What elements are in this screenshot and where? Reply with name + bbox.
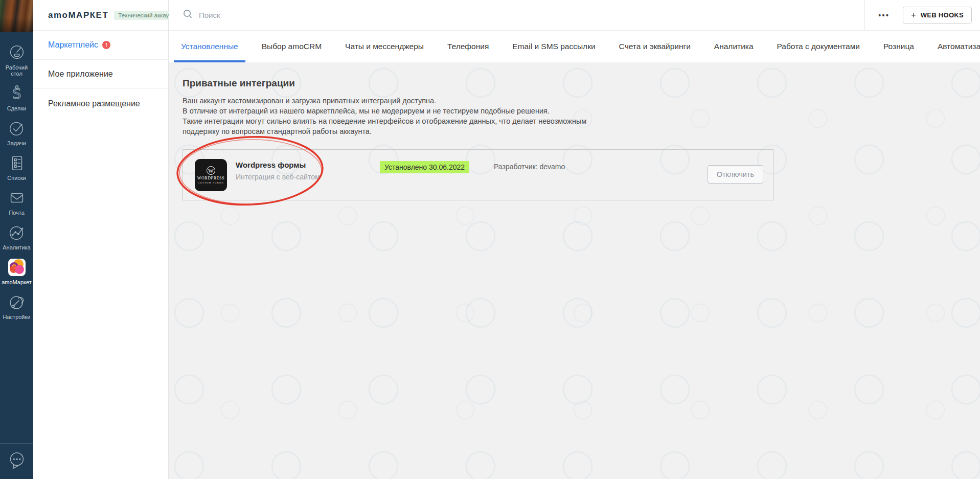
subnav-item-my-app[interactable]: Мое приложение	[33, 60, 168, 89]
section-description: Ваш аккаунт кастомизирован и загрузка пр…	[183, 96, 980, 136]
sidebar-item-label: Рабочий стол	[2, 64, 32, 77]
deals-icon: S	[7, 84, 27, 103]
app-root: Рабочий стол S Сделки Задачи Списки	[0, 0, 980, 479]
lists-icon	[7, 153, 27, 173]
tab-chats[interactable]: Чаты и мессенджеры	[341, 31, 428, 62]
wordpress-logo-subtext: CUSTOM FORMS	[198, 181, 224, 184]
description-line: Такие интеграции могут сильно влиять на …	[183, 116, 980, 126]
sidebar-item-settings[interactable]: Настройки	[0, 289, 33, 324]
sidebar-item-deals[interactable]: S Сделки	[0, 81, 33, 116]
tasks-icon	[7, 119, 27, 138]
sidebar-item-analytics[interactable]: Аналитика	[0, 220, 33, 255]
description-line: поддержку по вопросам стандартной работы…	[183, 126, 980, 136]
warning-badge: !	[102, 41, 110, 49]
integration-title[interactable]: Wordpress формы	[236, 161, 320, 169]
topbar: ••• + WEB HOOKS	[169, 0, 980, 31]
sidebar-item-label: Сделки	[7, 105, 27, 111]
plus-icon: +	[911, 12, 916, 19]
tab-bar: Установленные Выбор amoCRM Чаты и мессен…	[169, 31, 980, 62]
sidebar-item-label: amoМаркет	[2, 279, 32, 285]
mail-icon	[7, 188, 27, 208]
tab-amocrm-choice[interactable]: Выбор amoCRM	[258, 31, 326, 62]
integration-titles: Wordpress формы Интеграция с веб-сайтом	[236, 161, 320, 181]
sidebar-item-label: Почта	[9, 210, 25, 216]
tab-documents[interactable]: Работа с документами	[773, 31, 864, 62]
developer-label: Разработчик: devamo	[494, 163, 565, 171]
subnav-item-marketplace[interactable]: Маркетплейс !	[33, 31, 168, 60]
search-icon	[183, 9, 193, 21]
tab-automation[interactable]: Автоматизация и боты	[933, 31, 980, 62]
sidebar-item-lists[interactable]: Списки	[0, 150, 33, 185]
subnav-item-ads[interactable]: Рекламное размещение	[33, 89, 168, 118]
installed-date-badge: Установлено 30.06.2022	[380, 161, 469, 173]
tab-retail[interactable]: Розница	[879, 31, 918, 62]
page-title: Приватные интеграции	[183, 78, 980, 89]
description-line: В отличие от интеграций из нашего маркет…	[183, 106, 980, 116]
brand-title: amoМАРКЕТ	[48, 10, 108, 20]
tab-analytics[interactable]: Аналитика	[710, 31, 758, 62]
stats-icon	[7, 223, 27, 242]
sidebar-item-tasks[interactable]: Задачи	[0, 116, 33, 150]
chat-icon[interactable]	[7, 450, 27, 473]
wordpress-mark-icon: W	[207, 166, 215, 175]
main-sidebar: Рабочий стол S Сделки Задачи Списки	[0, 0, 33, 479]
disconnect-button[interactable]: Отключить	[708, 165, 763, 184]
workspace-photo[interactable]	[0, 0, 33, 32]
wordpress-logo-text: WORDPRESS	[197, 176, 224, 180]
sidebar-nav: Рабочий стол S Сделки Задачи Списки	[0, 32, 33, 324]
webhooks-button-label: WEB HOOKS	[921, 11, 964, 19]
subnav-item-label: Маркетплейс	[48, 40, 98, 50]
subnav-item-label: Мое приложение	[48, 70, 113, 79]
sidebar-item-mail[interactable]: Почта	[0, 185, 33, 220]
tab-telephony[interactable]: Телефония	[443, 31, 493, 62]
description-line: Ваш аккаунт кастомизирован и загрузка пр…	[183, 96, 980, 106]
sidebar-item-label: Аналитика	[3, 244, 30, 250]
subnav-item-label: Рекламное размещение	[48, 99, 140, 108]
sidebar-footer	[0, 443, 33, 479]
tab-installed[interactable]: Установленные	[177, 31, 242, 62]
main-area: ••• + WEB HOOKS Установленные Выбор amoC…	[169, 0, 980, 479]
content-area: Приватные интеграции Ваш аккаунт кастоми…	[169, 62, 980, 479]
sidebar-item-label: Настройки	[3, 314, 31, 320]
tab-invoices[interactable]: Счета и эквайринги	[615, 31, 695, 62]
sidebar-item-label: Списки	[7, 175, 26, 181]
webhooks-button[interactable]: + WEB HOOKS	[903, 7, 972, 24]
secondary-sidebar: amoМАРКЕТ Технический аккаунт Маркетплей…	[33, 0, 169, 479]
brand-header: amoМАРКЕТ Технический аккаунт	[33, 0, 168, 31]
settings-icon	[7, 292, 27, 312]
tab-email-sms[interactable]: Email и SMS рассылки	[508, 31, 599, 62]
dashboard-icon	[7, 43, 27, 62]
wordpress-logo[interactable]: W WORDPRESS CUSTOM FORMS	[195, 159, 227, 191]
integration-subtitle: Интеграция с веб-сайтом	[236, 173, 320, 181]
sidebar-item-amomarket[interactable]: amoМаркет	[0, 255, 33, 289]
integration-card: W WORDPRESS CUSTOM FORMS Wordpress формы…	[183, 149, 773, 200]
topbar-more-button[interactable]: •••	[865, 11, 903, 19]
search-bar	[183, 9, 864, 21]
sidebar-item-dashboard[interactable]: Рабочий стол	[0, 40, 33, 81]
sidebar-item-label: Задачи	[7, 140, 26, 146]
search-input[interactable]	[198, 10, 402, 20]
amomarket-icon	[7, 258, 27, 277]
